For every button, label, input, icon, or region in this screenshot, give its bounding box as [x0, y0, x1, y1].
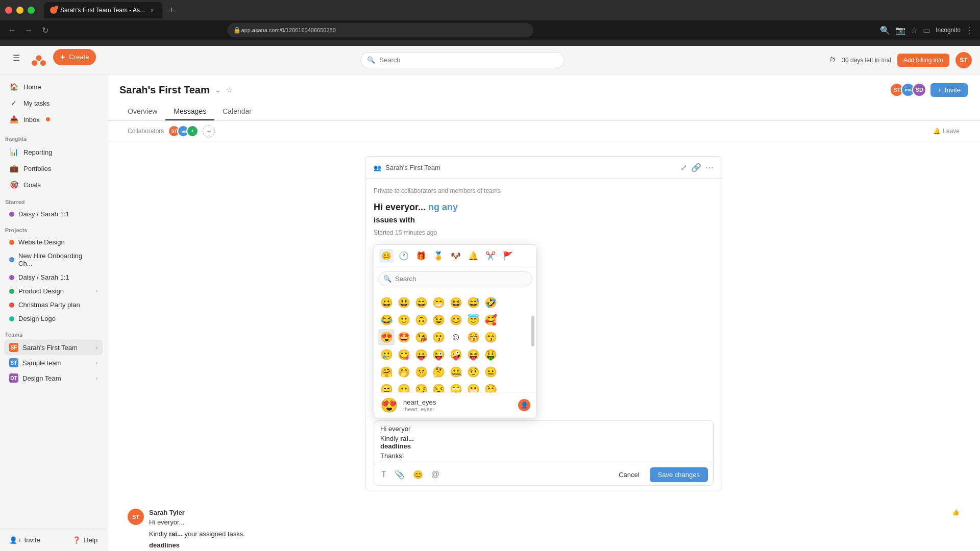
add-billing-button[interactable]: Add billing info: [897, 54, 949, 67]
emoji-cat-bell[interactable]: 🔔: [466, 249, 480, 263]
user-avatar[interactable]: ST: [955, 52, 972, 68]
emoji-cell[interactable]: 😒: [430, 381, 447, 392]
emoji-cell[interactable]: 😂: [378, 312, 395, 328]
sidebar-item-design-logo[interactable]: Design Logo: [4, 312, 103, 325]
emoji-cell[interactable]: 🤐: [448, 364, 464, 380]
compose-mention-icon[interactable]: @: [429, 468, 442, 481]
menu-toggle-button[interactable]: ☰: [8, 50, 24, 66]
sidebar-item-website-design[interactable]: Website Design: [4, 235, 103, 249]
emoji-cell[interactable]: 🤣: [482, 294, 499, 311]
emoji-cat-smiley[interactable]: 😊: [379, 249, 394, 263]
emoji-cell[interactable]: 😀: [378, 294, 395, 311]
save-changes-button[interactable]: Save changes: [650, 467, 708, 482]
expand-icon[interactable]: ⤢: [680, 163, 687, 172]
sidebar-item-sarahs-first-team[interactable]: SF Sarah's First Team ›: [4, 340, 103, 355]
emoji-cell[interactable]: 😇: [465, 312, 481, 328]
emoji-cell[interactable]: 😜: [430, 346, 447, 363]
sidebar-item-inbox[interactable]: 📥 Inbox: [4, 111, 103, 128]
maximize-window-button[interactable]: [28, 7, 35, 14]
new-tab-button[interactable]: +: [164, 3, 179, 17]
search-bar[interactable]: 🔍: [360, 52, 565, 68]
sidebar-item-my-tasks[interactable]: ✓ My tasks: [4, 95, 103, 111]
emoji-tooltip-color-swatch[interactable]: 👤: [518, 399, 530, 411]
tab-overview[interactable]: Overview: [119, 103, 165, 120]
more-icon[interactable]: ⋮: [966, 26, 974, 35]
tab-messages[interactable]: Messages: [165, 103, 214, 120]
emoji-cell[interactable]: 🤭: [396, 364, 412, 380]
sidebar-item-design-team[interactable]: DT Design Team ›: [4, 370, 103, 386]
team-star-icon[interactable]: ☆: [226, 86, 233, 94]
url-bar[interactable]: 🔒 app.asana.com/0/1206160406650280: [227, 23, 533, 37]
forward-button[interactable]: →: [22, 26, 35, 35]
emoji-cat-medal[interactable]: 🏅: [431, 249, 446, 263]
emoji-cell[interactable]: 😃: [396, 294, 412, 311]
sidebar-toggle-icon[interactable]: ▭: [923, 26, 930, 35]
create-button[interactable]: + Create: [53, 49, 96, 65]
compose-text-area[interactable]: Hi everyor Kindly rai... deadlines Thank…: [374, 421, 713, 464]
emoji-cell[interactable]: 😅: [465, 294, 481, 311]
compose-attachment-icon[interactable]: 📎: [393, 468, 407, 482]
invite-button[interactable]: 👤+ Invite: [4, 533, 45, 547]
emoji-cell[interactable]: 🙃: [413, 312, 429, 328]
emoji-cat-flag[interactable]: 🚩: [501, 249, 515, 263]
emoji-cell[interactable]: 🤑: [482, 346, 499, 363]
link-icon[interactable]: 🔗: [691, 163, 701, 172]
close-window-button[interactable]: [5, 7, 12, 14]
cancel-button[interactable]: Cancel: [612, 468, 645, 482]
emoji-cell[interactable]: 😉: [430, 312, 447, 328]
tab-calendar[interactable]: Calendar: [214, 103, 260, 120]
help-button[interactable]: ❓ Help: [67, 533, 103, 547]
emoji-cell-heart-eyes[interactable]: 😍: [378, 329, 395, 345]
emoji-cell[interactable]: 😑: [378, 381, 395, 392]
emoji-cell[interactable]: 🤥: [482, 381, 499, 392]
sidebar-starred-item[interactable]: Daisy / Sarah 1:1: [4, 207, 103, 221]
add-collaborator-button[interactable]: +: [203, 125, 215, 137]
emoji-search-input[interactable]: [378, 271, 532, 286]
emoji-cat-clock[interactable]: 🕐: [397, 249, 411, 263]
emoji-cell[interactable]: ☺️: [448, 329, 464, 345]
emoji-cell[interactable]: 😛: [413, 346, 429, 363]
invite-team-button[interactable]: + Invite: [930, 83, 968, 97]
thread-like-1[interactable]: 👍: [952, 509, 960, 516]
back-button[interactable]: ←: [6, 26, 18, 35]
sidebar-item-home[interactable]: 🏠 Home: [4, 79, 103, 95]
search-input[interactable]: [379, 56, 558, 64]
emoji-cell[interactable]: 😋: [396, 346, 412, 363]
emoji-cell[interactable]: 😶: [396, 381, 412, 392]
emoji-cell[interactable]: 😊: [448, 312, 464, 328]
emoji-cell[interactable]: 🤩: [396, 329, 412, 345]
scrollbar[interactable]: [531, 316, 534, 346]
team-title-chevron-icon[interactable]: ⌄: [215, 86, 221, 94]
reload-button[interactable]: ↻: [39, 26, 51, 35]
emoji-cell[interactable]: 😗: [430, 329, 447, 345]
sidebar-item-reporting[interactable]: 📊 Reporting: [4, 144, 103, 160]
minimize-window-button[interactable]: [16, 7, 23, 14]
emoji-cat-scissors[interactable]: ✂️: [483, 249, 498, 263]
close-tab-button[interactable]: ×: [148, 6, 156, 14]
emoji-cell[interactable]: 😘: [413, 329, 429, 345]
sidebar-item-christmas-party[interactable]: Christmas Party plan: [4, 298, 103, 312]
emoji-cell[interactable]: 😬: [465, 381, 481, 392]
sidebar-item-portfolios[interactable]: 💼 Portfolios: [4, 160, 103, 177]
emoji-cell[interactable]: 🤫: [413, 364, 429, 380]
emoji-cat-animal[interactable]: 🐶: [449, 249, 463, 263]
sidebar-item-product-design[interactable]: Product Design ›: [4, 284, 103, 298]
emoji-cell[interactable]: 🤨: [465, 364, 481, 380]
bookmark-icon[interactable]: ☆: [911, 26, 918, 35]
compose-emoji-icon[interactable]: 😊: [411, 468, 425, 482]
leave-button[interactable]: 🔔 Leave: [933, 128, 960, 135]
emoji-cat-gift[interactable]: 🎁: [414, 249, 428, 263]
sidebar-item-new-hire[interactable]: New Hire Onboarding Ch...: [4, 249, 103, 270]
emoji-cell[interactable]: 🙄: [448, 381, 464, 392]
emoji-cell[interactable]: 🤗: [378, 364, 395, 380]
emoji-cell[interactable]: 😐: [482, 364, 499, 380]
emoji-cell[interactable]: 🥰: [482, 312, 499, 328]
emoji-cell[interactable]: 🥲: [378, 346, 395, 363]
emoji-cell[interactable]: 😄: [413, 294, 429, 311]
compose-format-icon[interactable]: T: [379, 468, 388, 481]
more-options-icon[interactable]: ⋯: [705, 163, 714, 172]
emoji-cell[interactable]: 🤪: [448, 346, 464, 363]
sidebar-item-sample-team[interactable]: ST Teams Sample team ›: [4, 355, 103, 370]
emoji-cell[interactable]: 😁: [430, 294, 447, 311]
emoji-cell[interactable]: 😝: [465, 346, 481, 363]
